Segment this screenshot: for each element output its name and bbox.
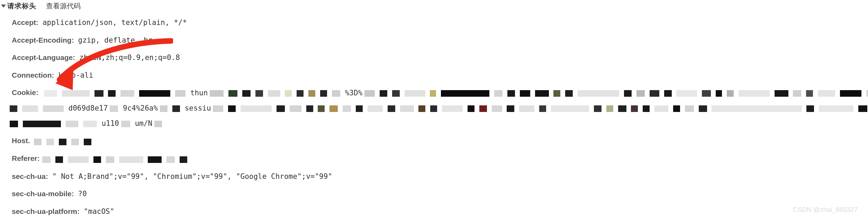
cookie-continuation-2: u110 um/N [10,117,868,129]
cookie-fragment: d069d8e17 [69,104,108,112]
header-row-accept: Accept: application/json, text/plain, */… [12,17,868,28]
header-name: Accept-Language: [12,53,75,61]
cookie-fragment: u110 [101,119,119,128]
header-value: " Not A;Brand";v="99", "Chromium";v="99"… [52,172,332,181]
headers-list: Accept: application/json, text/plain, */… [0,17,868,217]
cookie-fragment: %3D% [345,89,363,97]
cookie-continuation-1: d069d8e17 9c4%26a% sessiu [10,102,868,114]
redacted-cookie-line-3: u110 um/N [10,118,165,129]
header-row-cookie: Cookie: thun %3D% [12,87,868,99]
header-row-accept-language: Accept-Language: zh-CN,zh;q=0.9,en;q=0.8 [12,52,868,63]
header-name: Referer: [12,154,40,162]
section-title: 请求标头 [7,1,36,11]
redacted-cookie-line-2: d069d8e17 9c4%26a% sessiu [10,103,868,114]
header-value: gzip, deflate, br [78,36,153,44]
redacted-referer-value [42,154,190,165]
header-row-sec-ch-ua: sec-ch-ua: " Not A;Brand";v="99", "Chrom… [12,171,868,182]
header-value: keep-ali [58,71,93,79]
header-name: Accept: [12,18,38,26]
header-name: sec-ch-ua-mobile: [12,190,74,198]
header-row-accept-encoding: Accept-Encoding: gzip, deflate, br [12,35,868,46]
header-name: sec-ch-ua: [12,172,48,180]
header-name: Host. [12,137,30,145]
redacted-host-value [34,136,94,147]
header-name: Cookie: [12,88,38,96]
header-row-sec-ch-ua-platform: sec-ch-ua-platform: "macOS" [12,206,868,217]
expand-toggle[interactable]: 请求标头 [1,1,36,11]
header-row-host: Host. [12,135,868,147]
watermark: CSDN @zhai_865327 [793,206,858,214]
cookie-fragment: 9c4%26a% [123,104,158,112]
header-row-connection: Connection: keep-ali [12,70,868,81]
header-value: application/json, text/plain, */* [43,18,187,27]
header-row-referer: Referer: [12,153,868,164]
cookie-fragment: thun [190,89,208,97]
header-name: Accept-Encoding: [12,36,74,44]
header-row-sec-ch-ua-mobile: sec-ch-ua-mobile: ?0 [12,188,868,200]
header-value: "macOS" [84,207,115,216]
header-value: zh-CN,zh;q=0.9,en;q=0.8 [79,53,180,62]
cookie-fragment: um/N [135,119,153,128]
triangle-down-icon [1,5,6,8]
header-value: ?0 [78,190,87,198]
header-name: sec-ch-ua-platform: [12,207,80,215]
header-name: Connection: [12,71,54,79]
request-headers-section-header[interactable]: 请求标头 查看源代码 [0,1,868,11]
redacted-cookie-line-1: thun %3D% [44,87,868,99]
cookie-fragment: sessiu [185,104,211,112]
view-source-link[interactable]: 查看源代码 [46,1,81,11]
